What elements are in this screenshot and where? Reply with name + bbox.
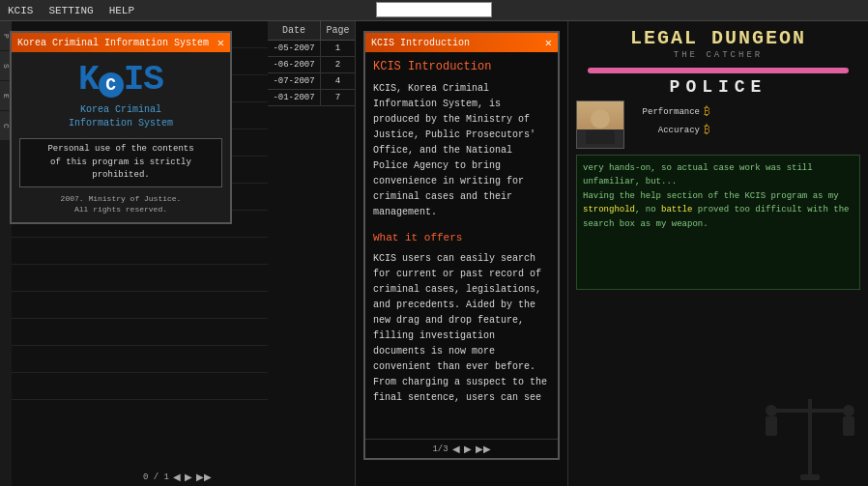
dialog-titlebar: Korea Criminal Information System ✕ [12,33,230,52]
kcis-prev-button[interactable]: ◀ [452,443,460,454]
stat-bars: Performance ₿ Accuracy ₿ [632,100,860,137]
table-row[interactable]: -07-2007 4 [268,73,355,90]
file-table-area: Date Page -05-2007 1 -06-2007 2 -07-2007… [268,21,355,486]
menu-help[interactable]: HELP [109,5,134,16]
narrative-box: very hands-on, so actual case work was s… [576,155,860,290]
kcis-info-title: KCIS Introduction [371,38,470,48]
narrative-highlight: stronghold [583,205,635,214]
search-input[interactable] [376,2,492,17]
list-item[interactable] [12,319,268,346]
kcis-dialog: Korea Criminal Information System ✕ KCIS… [10,31,232,224]
dialog-notice: Personal use of the contentsof this prog… [19,138,222,187]
table-cell-date: -06-2007 [268,57,321,72]
left-pagination: 0 / 1 ◀ ▶ ▶▶ [0,472,355,482]
kcis-info-subheading: What it offers [373,232,550,243]
police-stats: Performance ₿ Accuracy ₿ [568,100,868,149]
kcis-info-body: KCIS Introduction KCIS, Korea Criminal I… [365,52,558,439]
performance-icon: ₿ [704,104,710,119]
middle-panel: 1. Personal Inf 2. Criminal Bac 3. Crime… [356,21,568,486]
svg-point-2 [766,405,777,416]
left-panel: Korea Criminal Information System ✕ KCIS… [0,21,356,486]
avatar-face [577,101,623,148]
svg-rect-6 [800,474,820,480]
table-cell-page: 1 [321,41,355,56]
list-item[interactable] [12,346,268,373]
list-item[interactable] [12,265,268,292]
police-title: POLICE [568,77,868,97]
kcis-info-close-button[interactable]: ✕ [545,36,552,50]
dialog-title-text: Korea Criminal Information System [17,38,209,48]
kcis-subtitle: Korea CriminalInformation System [69,103,173,130]
performance-label: Performance [632,107,700,117]
table-cell-page: 7 [321,90,355,105]
kcis-page-info: 1/3 [432,444,448,454]
list-item[interactable] [12,238,268,265]
search-bar-container [376,2,492,17]
bg-illustration [752,389,868,486]
file-table-header: Date Page [268,21,355,41]
narrative-text: very hands-on, so actual case work was s… [583,161,854,231]
left-last-button[interactable]: ▶▶ [196,472,212,482]
dialog-close-button[interactable]: ✕ [217,36,224,50]
narrative-highlight-2: battle [661,205,692,214]
list-item[interactable] [12,373,268,400]
police-avatar [576,100,624,149]
table-cell-date: -07-2007 [268,73,321,89]
svg-rect-5 [843,416,854,436]
kcis-next-button[interactable]: ▶ [464,443,472,454]
kcis-info-body-text: KCIS users can easily search for current… [373,251,550,406]
accuracy-label: Accuracy [632,126,700,135]
table-row[interactable]: -01-2007 7 [268,90,355,106]
menu-setting[interactable]: SETTING [48,5,93,16]
table-cell-date: -05-2007 [268,41,321,56]
menu-bar: KCIS SETTING HELP [0,0,868,21]
legal-dungeon-title: LEGAL DUNGEON [572,29,864,48]
dialog-copyright: 2007. Ministry of Justice.All rights res… [61,193,182,214]
svg-rect-3 [766,416,777,436]
date-column-header: Date [268,21,321,40]
legal-dungeon-subtitle: THE CATCHER [572,50,864,60]
kcis-info-titlebar: KCIS Introduction ✕ [365,33,558,52]
table-row[interactable]: -05-2007 1 [268,41,355,57]
table-row[interactable]: -06-2007 2 [268,57,355,73]
accuracy-icon: ₿ [704,123,710,137]
kcis-logo: KCIS [78,60,163,100]
pink-bar [588,68,849,73]
table-cell-page: 4 [321,73,355,89]
dialog-body: KCIS Korea CriminalInformation System Pe… [12,52,230,222]
kcis-info-pagination: 1/3 ◀ ▶ ▶▶ [365,439,558,458]
svg-point-4 [843,405,854,416]
kcis-info-intro: KCIS, Korea Criminal Information System,… [373,81,550,220]
kcis-last-button[interactable]: ▶▶ [476,443,491,454]
main-area: Korea Criminal Information System ✕ KCIS… [0,21,868,486]
left-prev-button[interactable]: ◀ [173,472,181,482]
kcis-info-dialog: KCIS Introduction ✕ KCIS Introduction KC… [363,31,560,460]
svg-rect-1 [771,409,849,413]
list-item[interactable] [12,292,268,319]
kcis-info-heading: KCIS Introduction [373,60,550,73]
table-cell-date: -01-2007 [268,90,321,105]
table-cell-page: 2 [321,57,355,72]
legal-dungeon-header: LEGAL DUNGEON THE CATCHER [568,21,868,64]
page-column-header: Page [321,21,355,40]
performance-row: Performance ₿ [632,104,860,119]
menu-kcis[interactable]: KCIS [8,5,33,16]
right-panel: LEGAL DUNGEON THE CATCHER POLICE Perform… [568,21,868,486]
left-next-button[interactable]: ▶ [185,472,192,482]
accuracy-row: Accuracy ₿ [632,123,860,137]
left-page-info: 0 / 1 [143,472,169,482]
